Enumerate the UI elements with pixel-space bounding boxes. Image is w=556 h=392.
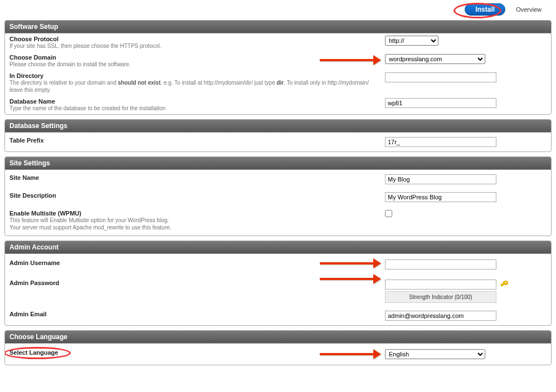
panel-header: Site Settings <box>5 157 551 170</box>
install-tab[interactable]: Install <box>465 3 505 16</box>
prefix-input[interactable] <box>385 137 496 147</box>
multisite-desc1: This feature will Enable Multisite optio… <box>9 217 379 224</box>
key-icon[interactable] <box>500 280 509 289</box>
admin-username-input[interactable] <box>385 259 496 270</box>
dbname-input[interactable] <box>385 98 496 108</box>
panel-database-settings: Database Settings Table Prefix <box>4 119 552 152</box>
language-select[interactable]: English <box>385 349 485 359</box>
overview-tab[interactable]: Overview <box>510 4 547 14</box>
panel-choose-language: Choose Language Select Language English <box>4 330 552 365</box>
domain-label: Choose Domain <box>9 54 379 61</box>
directory-label: In Directory <box>9 72 379 79</box>
panel-admin-account: Admin Account Admin Username Admin Passw… <box>4 241 552 326</box>
domain-desc: Please choose the domain to install the … <box>9 61 379 68</box>
panel-header: Database Settings <box>5 120 551 133</box>
admin-password-input[interactable] <box>385 280 496 290</box>
top-tabs: Install Overview <box>4 0 552 20</box>
multisite-label: Enable Multisite (WPMU) <box>9 210 379 217</box>
protocol-desc: If your site has SSL, then please choose… <box>9 42 379 50</box>
panel-software-setup: Software Setup Choose Protocol If your s… <box>4 20 552 115</box>
directory-input[interactable] <box>385 72 496 82</box>
sitedesc-input[interactable] <box>385 192 496 202</box>
panel-site-settings: Site Settings Site Name Site Description… <box>4 156 552 236</box>
admin-password-label: Admin Password <box>9 280 379 286</box>
admin-username-label: Admin Username <box>9 259 379 266</box>
prefix-label: Table Prefix <box>9 137 379 144</box>
sitedesc-label: Site Description <box>9 192 379 199</box>
sitename-input[interactable] <box>385 174 496 184</box>
panel-header: Admin Account <box>5 241 551 254</box>
panel-header: Software Setup <box>5 21 551 33</box>
protocol-label: Choose Protocol <box>9 36 379 42</box>
select-language-label: Select Language <box>9 349 379 356</box>
dbname-label: Database Name <box>9 98 379 105</box>
password-strength: Strength Indicator (0/100) <box>385 291 496 303</box>
multisite-desc2: Your server must support Apache mod_rewr… <box>9 224 379 231</box>
admin-email-input[interactable] <box>385 311 496 321</box>
admin-email-label: Admin Email <box>9 311 379 317</box>
domain-select[interactable]: wordpresslang.com <box>385 54 485 64</box>
directory-desc: The directory is relative to your domain… <box>9 79 379 94</box>
panel-header: Choose Language <box>5 331 551 344</box>
protocol-select[interactable]: http:// <box>385 36 438 46</box>
sitename-label: Site Name <box>9 174 379 181</box>
multisite-checkbox[interactable] <box>385 210 392 217</box>
dbname-desc: Type the name of the database to be crea… <box>9 105 379 112</box>
